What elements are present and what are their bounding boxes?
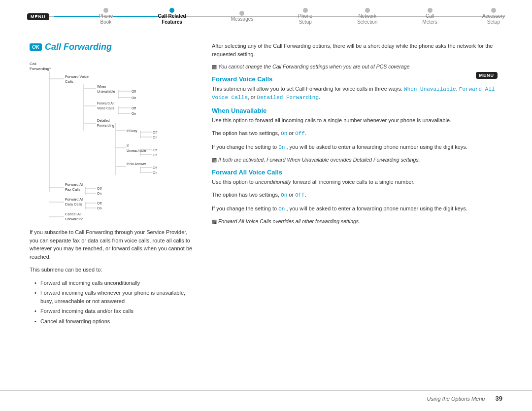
nav-connector-3 [186,16,231,17]
section1-body-text: This submenu will allow you to set Call … [212,86,402,92]
svg-text:On: On [97,206,101,210]
menu-badge-right: MENU [476,71,503,78]
svg-text:On: On [153,136,157,139]
section3-body: Use this option to unconditionally forwa… [212,178,502,186]
section2-heading: When Unavailable [212,107,502,114]
menu-right-label: MENU [476,72,498,79]
nav-phone-setup[interactable]: Phone Setup [298,8,312,25]
nav-connector-6 [377,16,422,17]
svg-text:If No Answer: If No Answer [127,162,146,166]
nav-label-accessory-top: Accessory [482,13,505,19]
footer: Using the Options Menu 39 [0,390,532,402]
svg-text:Off: Off [153,166,157,170]
nav-connector-2 [113,16,158,17]
section3-body2-text: forward all incoming voice calls to a si… [293,179,415,185]
nav-label-messages: Messages [231,16,254,22]
tree-diagram: Call Forwarding* Forward Voice Calls Whe… [30,59,197,228]
nav-phone-book[interactable]: Phone Book [99,8,113,25]
right-column: MENU After selecting any of the Call For… [212,42,502,328]
nav-dot-3 [239,11,244,16]
svg-text:Forwarding: Forwarding [97,124,114,128]
menu-button[interactable]: MENU [27,13,49,20]
svg-text:Forwarding: Forwarding [65,217,84,221]
navigation-bar: MENU Phone Book Call Related Features Me… [0,0,532,29]
section3-settings: The option has two settings, On or Off. [212,191,502,200]
nav-connector-5 [312,16,357,17]
nav-network[interactable]: Network Selection [357,8,377,25]
footer-page: 39 [496,395,502,402]
bullet-2: Forward incoming calls whenever your pho… [34,289,197,305]
svg-text:When: When [97,85,106,88]
svg-text:If Busy: If Busy [127,129,137,133]
section1-sep2: , or [248,94,257,100]
footer-separator [488,396,489,402]
section1-mono1: When Unavailable [404,86,456,92]
page-title-area: OK Call Forwarding [30,42,197,52]
svg-text:Forwarding*: Forwarding* [30,67,51,71]
section3-period: . [305,192,306,198]
svg-text:Voice Calls: Voice Calls [97,106,114,110]
section2-on: On [281,131,287,137]
section3-on2: On [278,206,285,212]
svg-text:Unreachable: Unreachable [127,149,146,152]
bullet-3: Forward incoming data and/or fax calls [34,307,197,315]
nav-dot-7 [491,8,496,13]
svg-text:Data Calls: Data Calls [65,202,82,206]
submenu-label: This submenu can be used to: [30,266,197,274]
page-content: OK Call Forwarding Call Forwarding* Forw… [0,32,532,333]
svg-text:Off: Off [132,106,136,110]
tree-svg: Call Forwarding* Forward Voice Calls Whe… [30,59,167,227]
section1-heading: Forward Voice Calls [212,75,502,83]
svg-text:Off: Off [153,148,157,152]
svg-text:Forward All: Forward All [65,182,84,187]
svg-text:Off: Off [97,202,101,205]
section2-settings-text: The option has two settings, [212,130,279,136]
svg-text:Forward All: Forward All [65,197,84,202]
section2-off: Off [295,131,305,137]
section2-settings: The option has two settings, On or Off. [212,129,502,138]
note1-text: You cannot change the Call Forwarding se… [218,64,411,69]
section3-change-text: If you change the setting to [212,206,277,211]
bullet-list: Forward all incoming calls unconditional… [34,279,197,326]
section3-body-text: Use this option to [212,179,254,185]
nav-label-book: Book [100,19,112,25]
nav-label-call-meters-bottom: Meters [422,19,437,25]
section2-on2: On [278,144,285,150]
bullet-1: Forward all incoming calls unconditional… [34,279,197,287]
svg-text:On: On [153,171,157,174]
svg-text:Call: Call [30,62,36,66]
svg-text:Cancel All: Cancel All [65,212,82,216]
left-column: OK Call Forwarding Call Forwarding* Forw… [30,42,197,328]
nav-label-network-bottom: Selection [357,19,377,25]
nav-dot-6 [428,8,432,13]
note-3: ▩ Forward All Voice Calls overrides all … [212,218,502,225]
intro-paragraph: If you subscribe to Call Forwarding thro… [30,228,197,261]
note1-icon: ▩ [212,64,217,69]
nav-call-meters[interactable]: Call Meters [422,8,437,25]
nav-label-accessory-bottom: Setup [487,19,500,25]
section3-on: On [281,192,287,198]
bullet-4: Cancel all forwarding options [34,317,197,326]
nav-accessory[interactable]: Accessory Setup [482,8,505,25]
svg-text:Fax Calls: Fax Calls [65,187,81,192]
nav-connector-7 [437,16,482,17]
note2-icon: ▩ [212,157,217,163]
nav-label-network-top: Network [358,13,376,19]
section3-off: Off [295,192,305,198]
nav-call-related[interactable]: Call Related Features [158,8,186,25]
section2-period: . [305,130,306,136]
section1-end: . [319,94,320,100]
nav-messages[interactable]: Messages [231,11,254,22]
nav-label-call-related-bottom: Features [162,19,182,25]
svg-text:Unavailable: Unavailable [97,90,115,93]
nav-label-call-related-top: Call Related [158,13,186,19]
right-intro: After selecting any of the Call Forwardi… [212,42,502,58]
section2-or: or [289,130,295,136]
page-title: Call Forwarding [45,42,112,52]
nav-dot-4 [303,8,308,13]
svg-text:Forward Voice: Forward Voice [65,74,89,79]
svg-text:On: On [97,192,101,195]
section2-change: If you change the setting to On , you wi… [212,143,502,152]
section3-or: or [289,192,295,198]
svg-text:Off: Off [153,131,157,134]
